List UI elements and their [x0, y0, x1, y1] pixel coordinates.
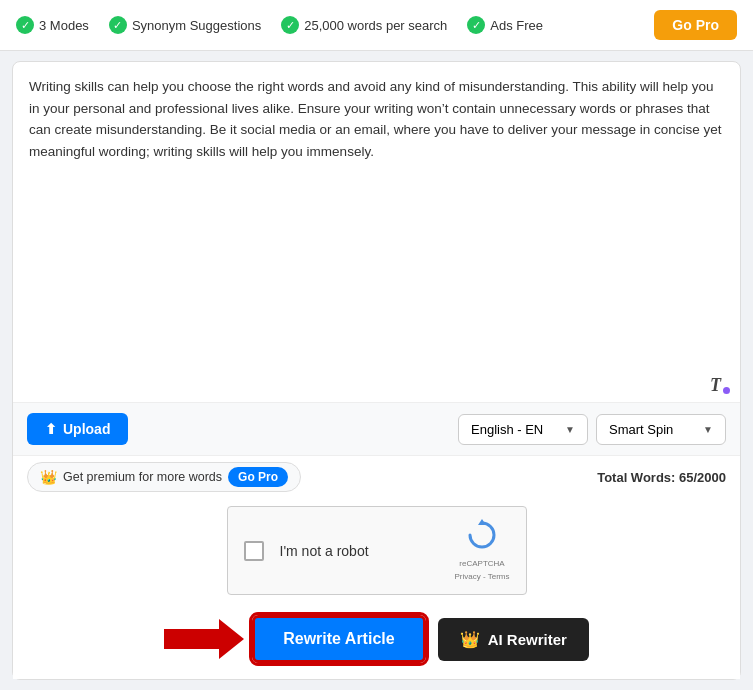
feature-synonym-label: Synonym Suggestions	[132, 18, 261, 33]
recaptcha-icon	[466, 519, 498, 557]
recaptcha-footer: Privacy - Terms	[455, 572, 510, 582]
purple-dot-indicator	[723, 387, 730, 394]
feature-words: ✓ 25,000 words per search	[281, 16, 447, 34]
chevron-down-icon-2: ▼	[703, 424, 713, 435]
premium-message: Get premium for more words	[63, 470, 222, 484]
feature-3modes-label: 3 Modes	[39, 18, 89, 33]
captcha-row: I'm not a robot reCAPTCHA Privacy - Term…	[13, 498, 740, 603]
dropdown-group: English - EN ▼ Smart Spin ▼	[458, 414, 726, 445]
captcha-checkbox[interactable]	[244, 541, 264, 561]
text-format-icon: T	[710, 375, 721, 396]
ai-rewriter-label: AI Rewriter	[488, 631, 567, 648]
captcha-box[interactable]: I'm not a robot reCAPTCHA Privacy - Term…	[227, 506, 527, 595]
captcha-label: I'm not a robot	[280, 543, 439, 559]
recaptcha-brand: reCAPTCHA	[459, 559, 504, 569]
check-icon-3modes: ✓	[16, 16, 34, 34]
word-count: Total Words: 65/2000	[597, 470, 726, 485]
main-content-area: Writing skills can help you choose the r…	[12, 61, 741, 680]
text-area-wrapper[interactable]: Writing skills can help you choose the r…	[13, 62, 740, 402]
go-pro-button[interactable]: Go Pro	[654, 10, 737, 40]
check-icon-words: ✓	[281, 16, 299, 34]
upload-icon: ⬆	[45, 421, 57, 437]
rewrite-article-button[interactable]: Rewrite Article	[252, 615, 425, 663]
go-pro-small-button[interactable]: Go Pro	[228, 467, 288, 487]
check-icon-synonym: ✓	[109, 16, 127, 34]
red-arrow-container	[164, 619, 240, 659]
language-label: English - EN	[471, 422, 543, 437]
chevron-down-icon: ▼	[565, 424, 575, 435]
crown-gold-icon: 👑	[460, 630, 480, 649]
bottom-buttons-row: Rewrite Article 👑 AI Rewriter	[13, 603, 740, 679]
feature-words-label: 25,000 words per search	[304, 18, 447, 33]
top-bar: ✓ 3 Modes ✓ Synonym Suggestions ✓ 25,000…	[0, 0, 753, 51]
controls-bar: ⬆ Upload English - EN ▼ Smart Spin ▼	[13, 402, 740, 455]
language-dropdown[interactable]: English - EN ▼	[458, 414, 588, 445]
svg-marker-1	[164, 619, 244, 659]
check-icon-ads: ✓	[467, 16, 485, 34]
red-arrow-icon	[164, 619, 244, 659]
crown-icon: 👑	[40, 469, 57, 485]
upload-label: Upload	[63, 421, 110, 437]
premium-bar: 👑 Get premium for more words Go Pro Tota…	[13, 455, 740, 498]
feature-ads-label: Ads Free	[490, 18, 543, 33]
feature-ads: ✓ Ads Free	[467, 16, 543, 34]
captcha-logo: reCAPTCHA Privacy - Terms	[455, 519, 510, 582]
feature-3modes: ✓ 3 Modes	[16, 16, 89, 34]
upload-button[interactable]: ⬆ Upload	[27, 413, 128, 445]
premium-badge: 👑 Get premium for more words Go Pro	[27, 462, 301, 492]
mode-dropdown[interactable]: Smart Spin ▼	[596, 414, 726, 445]
ai-rewriter-button[interactable]: 👑 AI Rewriter	[438, 618, 589, 661]
feature-synonym: ✓ Synonym Suggestions	[109, 16, 261, 34]
article-text: Writing skills can help you choose the r…	[29, 76, 724, 162]
mode-label: Smart Spin	[609, 422, 673, 437]
